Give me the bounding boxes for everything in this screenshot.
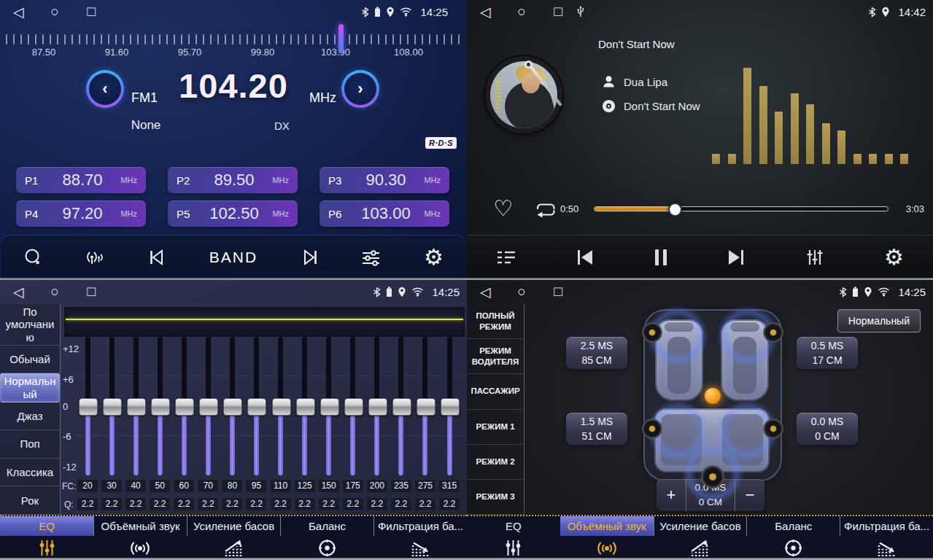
nav-back-icon[interactable]: ◁ [467, 4, 503, 20]
album-art[interactable] [485, 56, 562, 133]
eq-fc-value[interactable]: 80 [221, 479, 243, 493]
eq-q-value[interactable]: 2.2 [197, 497, 219, 511]
radio-preset-button-p5[interactable]: P5102.50MHz [168, 201, 298, 227]
slider-knob[interactable] [344, 398, 363, 416]
nav-recents-icon[interactable]: □ [73, 4, 109, 20]
nav-back-icon[interactable]: ◁ [467, 284, 503, 300]
settings-gear-icon[interactable]: ⚙ [884, 246, 904, 268]
eq-fc-value[interactable]: 20 [77, 479, 98, 493]
slider-knob[interactable] [417, 398, 435, 416]
eq-q-value[interactable]: 2.2 [270, 497, 292, 511]
eq-band-slider-95[interactable] [247, 337, 266, 475]
eq-band-slider-20[interactable] [78, 337, 97, 475]
eq-band-slider-125[interactable] [295, 337, 314, 475]
slider-knob[interactable] [151, 398, 170, 416]
eq-q-value[interactable]: 2.2 [366, 497, 388, 511]
tab-subsonic-filter[interactable]: Фильтрация ба... [373, 516, 467, 560]
eq-fc-value[interactable]: 30 [101, 479, 123, 493]
eq-q-value[interactable]: 2.2 [149, 497, 171, 511]
eq-fc-value[interactable]: 200 [366, 479, 388, 493]
scan-icon[interactable] [23, 249, 42, 266]
eq-band-slider-60[interactable] [174, 337, 193, 475]
next-station-icon[interactable] [301, 249, 318, 266]
eq-q-value[interactable]: 2.2 [390, 497, 412, 511]
slider-knob[interactable] [175, 398, 194, 416]
radio-preset-button-p4[interactable]: P497.20MHz [16, 201, 146, 227]
eq-fc-value[interactable]: 235 [390, 479, 412, 493]
seek-up-button[interactable]: › [341, 70, 379, 108]
eq-fc-value[interactable]: 110 [270, 479, 292, 493]
delay-value-rear-right[interactable]: 0.0 MS0 CM [797, 413, 858, 445]
slider-knob[interactable] [127, 398, 146, 416]
seek-down-button[interactable]: ‹ [86, 70, 124, 108]
slider-knob[interactable] [247, 398, 266, 416]
eq-band-slider-50[interactable] [150, 337, 169, 475]
eq-band-slider-110[interactable] [271, 337, 290, 475]
eq-fc-value[interactable]: 315 [438, 479, 460, 493]
broadcast-icon[interactable] [85, 249, 106, 266]
band-button[interactable]: BAND [209, 249, 258, 266]
tab-bass-boost[interactable]: Усиление басов [187, 516, 280, 560]
eq-band-slider-315[interactable] [440, 337, 459, 475]
eq-fc-value[interactable]: 50 [149, 479, 171, 493]
nav-recents-icon[interactable]: □ [540, 284, 576, 300]
progress-slider[interactable] [594, 206, 889, 211]
tab-balance[interactable]: Баланс [746, 516, 840, 560]
tab-eq-sliders[interactable]: EQ [467, 516, 560, 560]
tab-balance[interactable]: Баланс [280, 516, 373, 560]
eq-fc-value[interactable]: 40 [125, 479, 147, 493]
eq-band-slider-40[interactable] [126, 337, 145, 475]
settings-gear-icon[interactable]: ⚙ [424, 246, 444, 268]
radio-preset-button-p3[interactable]: P390.30MHz [320, 167, 449, 193]
stage-mode-item-5[interactable]: РЕЖИМ 3 [467, 480, 524, 515]
repeat-icon[interactable] [534, 201, 557, 219]
slider-knob[interactable] [296, 398, 315, 416]
eq-fc-value[interactable]: 125 [294, 479, 316, 493]
nav-home-icon[interactable]: ○ [503, 284, 540, 300]
pause-icon[interactable] [654, 248, 668, 267]
tab-surround[interactable]: Объёмный звук [93, 516, 187, 560]
slider-knob[interactable] [199, 398, 218, 416]
eq-q-value[interactable]: 2.2 [125, 497, 147, 511]
nav-home-icon[interactable]: ○ [36, 4, 73, 20]
radio-preset-button-p6[interactable]: P6103.00MHz [320, 201, 449, 227]
next-track-icon[interactable] [727, 249, 746, 266]
eq-q-value[interactable]: 2.2 [414, 497, 436, 511]
eq-band-slider-235[interactable] [392, 337, 411, 475]
progress-knob[interactable] [668, 203, 682, 217]
eq-band-slider-80[interactable] [222, 337, 241, 475]
tab-subsonic-filter[interactable]: Фильтрация ба... [840, 516, 933, 560]
eq-fc-value[interactable]: 275 [414, 479, 436, 493]
stage-mode-item-0[interactable]: ПОЛНЫЙ РЕЖИМ [467, 304, 524, 339]
nav-recents-icon[interactable]: □ [540, 4, 576, 20]
tuner-pointer[interactable] [338, 24, 344, 53]
slider-knob[interactable] [103, 398, 122, 416]
eq-q-value[interactable]: 2.2 [221, 497, 243, 511]
listening-position-marker[interactable] [705, 388, 721, 404]
equalizer-icon[interactable] [805, 248, 825, 267]
previous-station-icon[interactable] [149, 249, 166, 266]
eq-q-value[interactable]: 2.2 [77, 497, 98, 511]
eq-q-value[interactable]: 2.2 [342, 497, 364, 511]
slider-knob[interactable] [392, 398, 411, 416]
playlist-icon[interactable] [496, 249, 516, 266]
eq-fc-value[interactable]: 95 [245, 479, 267, 493]
eq-fc-value[interactable]: 175 [342, 479, 364, 493]
sound-profile-button[interactable]: Нормальный [837, 309, 921, 332]
eq-band-slider-175[interactable] [344, 337, 363, 475]
eq-band-slider-150[interactable] [320, 337, 338, 475]
favorite-heart-icon[interactable]: ♡ [493, 195, 513, 221]
radio-preset-button-p1[interactable]: P188.70MHz [16, 167, 146, 193]
delay-value-rear-left[interactable]: 1.5 MS51 CM [566, 413, 627, 445]
eq-fc-value[interactable]: 60 [173, 479, 195, 493]
eq-q-value[interactable]: 2.2 [438, 497, 460, 511]
eq-band-slider-70[interactable] [198, 337, 217, 475]
previous-track-icon[interactable] [576, 249, 595, 266]
eq-q-value[interactable]: 2.2 [245, 497, 267, 511]
delay-value-front-right[interactable]: 0.5 MS17 CM [797, 337, 858, 369]
delay-increase-button[interactable]: + [657, 479, 686, 511]
eq-band-slider-200[interactable] [368, 337, 387, 475]
slider-knob[interactable] [368, 398, 387, 416]
slider-knob[interactable] [223, 398, 242, 416]
tab-bass-boost[interactable]: Усиление басов [654, 516, 747, 560]
